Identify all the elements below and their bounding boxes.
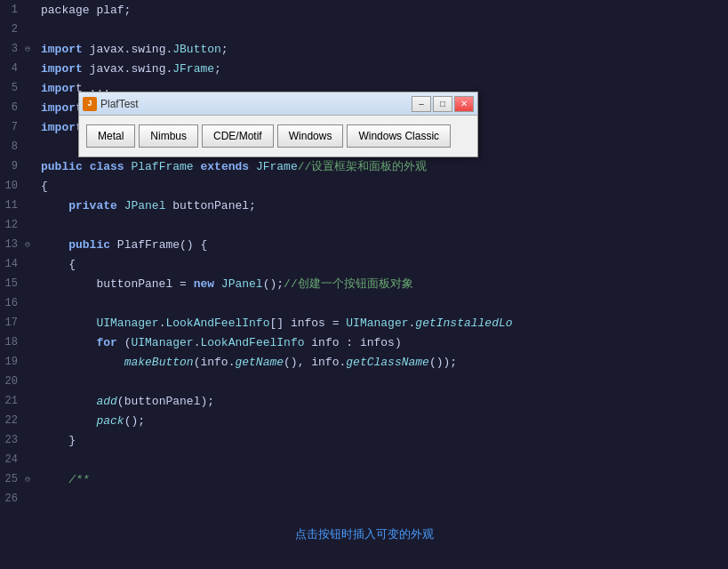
window-controls[interactable]: – □ ✕ bbox=[412, 96, 474, 112]
line-number: 7 bbox=[0, 121, 25, 133]
line-number: 25 bbox=[0, 473, 25, 485]
code-content: /** bbox=[37, 473, 90, 486]
code-line: 10 { bbox=[0, 176, 728, 196]
line-number: 23 bbox=[0, 434, 25, 446]
code-line: 13⊖ public PlafFrame() { bbox=[0, 235, 728, 254]
code-line: 24 bbox=[0, 450, 728, 469]
plaf-button-windows[interactable]: Windows bbox=[277, 124, 344, 148]
code-content: add(buttonPanel); bbox=[37, 395, 214, 408]
code-content: { bbox=[37, 258, 76, 271]
line-number: 4 bbox=[0, 62, 25, 75]
line-number: 3 bbox=[0, 43, 25, 55]
fold-icon[interactable]: ⊖ bbox=[25, 474, 37, 485]
code-line: 1 package plaf; bbox=[0, 0, 728, 20]
code-content: { bbox=[37, 180, 48, 193]
window-titlebar: J PlafTest – □ ✕ bbox=[79, 92, 477, 116]
code-content: UIManager.LookAndFeelInfo[] infos = UIMa… bbox=[37, 317, 513, 330]
code-content: private JPanel buttonPanel; bbox=[37, 199, 256, 212]
line-number: 26 bbox=[0, 493, 25, 505]
code-content: makeButton(info.getName(), info.getClass… bbox=[37, 356, 457, 369]
code-content: for (UIManager.LookAndFeelInfo info : in… bbox=[37, 336, 402, 349]
code-line: 18 for (UIManager.LookAndFeelInfo info :… bbox=[0, 333, 728, 352]
window-app-icon: J bbox=[83, 97, 97, 111]
window-title-left: J PlafTest bbox=[83, 97, 139, 111]
line-number: 24 bbox=[0, 453, 25, 466]
line-number: 17 bbox=[0, 317, 25, 329]
plaf-button-cde-motif[interactable]: CDE/Motif bbox=[202, 124, 274, 148]
code-line: 26 bbox=[0, 489, 728, 509]
line-number: 19 bbox=[0, 356, 25, 368]
line-number: 22 bbox=[0, 414, 25, 427]
code-content: import javax.swing.JButton; bbox=[37, 43, 228, 56]
maximize-button[interactable]: □ bbox=[433, 96, 452, 112]
line-number: 2 bbox=[0, 23, 25, 36]
code-line: 17 UIManager.LookAndFeelInfo[] infos = U… bbox=[0, 313, 728, 333]
line-number: 9 bbox=[0, 160, 25, 172]
code-line: 12 bbox=[0, 215, 728, 235]
code-content: public PlafFrame() { bbox=[37, 238, 207, 252]
code-content: public class PlafFrame extends JFrame//设… bbox=[37, 158, 427, 174]
status-hint-text: 点击按钮时插入可变的外观 bbox=[295, 527, 434, 541]
code-line: 14 { bbox=[0, 254, 728, 274]
code-line: 19 makeButton(info.getName(), info.getCl… bbox=[0, 352, 728, 372]
code-line: 2 bbox=[0, 20, 728, 39]
status-hint: 点击按钮时插入可变的外观 bbox=[0, 526, 728, 542]
code-line: 21 add(buttonPanel); bbox=[0, 391, 728, 411]
line-number: 12 bbox=[0, 219, 25, 231]
line-number: 11 bbox=[0, 199, 25, 212]
code-line: 15 buttonPanel = new JPanel();//创建一个按钮面板… bbox=[0, 274, 728, 293]
window-title-text: PlafTest bbox=[100, 98, 139, 110]
code-line: 20 bbox=[0, 372, 728, 391]
code-line: 4 import javax.swing.JFrame; bbox=[0, 59, 728, 78]
code-content: package plaf; bbox=[37, 4, 131, 17]
code-line: 3⊖import javax.swing.JButton; bbox=[0, 39, 728, 59]
code-line: 22 pack(); bbox=[0, 411, 728, 430]
line-number: 18 bbox=[0, 336, 25, 349]
line-number: 8 bbox=[0, 140, 25, 153]
line-number: 10 bbox=[0, 180, 25, 192]
line-number: 14 bbox=[0, 258, 25, 270]
code-line: 16 bbox=[0, 293, 728, 313]
plaf-button-nimbus[interactable]: Nimbus bbox=[139, 124, 198, 148]
plaf-button-metal[interactable]: Metal bbox=[86, 124, 135, 148]
window-body: MetalNimbusCDE/MotifWindowsWindows Class… bbox=[79, 116, 477, 156]
line-number: 15 bbox=[0, 277, 25, 290]
line-number: 21 bbox=[0, 395, 25, 407]
code-content: } bbox=[37, 434, 76, 447]
code-line: 23 } bbox=[0, 430, 728, 450]
plaf-button-windows-classic[interactable]: Windows Classic bbox=[347, 124, 451, 148]
code-line: 25⊖ /** bbox=[0, 469, 728, 489]
code-area: 1 package plaf;2 3⊖import javax.swing.JB… bbox=[0, 0, 728, 569]
code-editor: 1 package plaf;2 3⊖import javax.swing.JB… bbox=[0, 0, 728, 569]
line-number: 1 bbox=[0, 4, 25, 16]
swing-window: J PlafTest – □ ✕ MetalNimbusCDE/MotifWin… bbox=[78, 92, 478, 157]
code-line: 11 private JPanel buttonPanel; bbox=[0, 196, 728, 215]
minimize-button[interactable]: – bbox=[412, 96, 431, 112]
line-number: 13 bbox=[0, 238, 25, 251]
code-content: buttonPanel = new JPanel();//创建一个按钮面板对象 bbox=[37, 276, 413, 292]
fold-icon[interactable]: ⊖ bbox=[25, 239, 37, 250]
code-content: pack(); bbox=[37, 414, 145, 428]
line-number: 20 bbox=[0, 375, 25, 388]
line-number: 5 bbox=[0, 82, 25, 94]
code-line: 9 public class PlafFrame extends JFrame/… bbox=[0, 156, 728, 176]
fold-icon[interactable]: ⊖ bbox=[25, 44, 37, 54]
code-content: import javax.swing.JFrame; bbox=[37, 62, 221, 76]
line-number: 16 bbox=[0, 297, 25, 309]
close-button[interactable]: ✕ bbox=[454, 96, 474, 112]
line-number: 6 bbox=[0, 101, 25, 114]
